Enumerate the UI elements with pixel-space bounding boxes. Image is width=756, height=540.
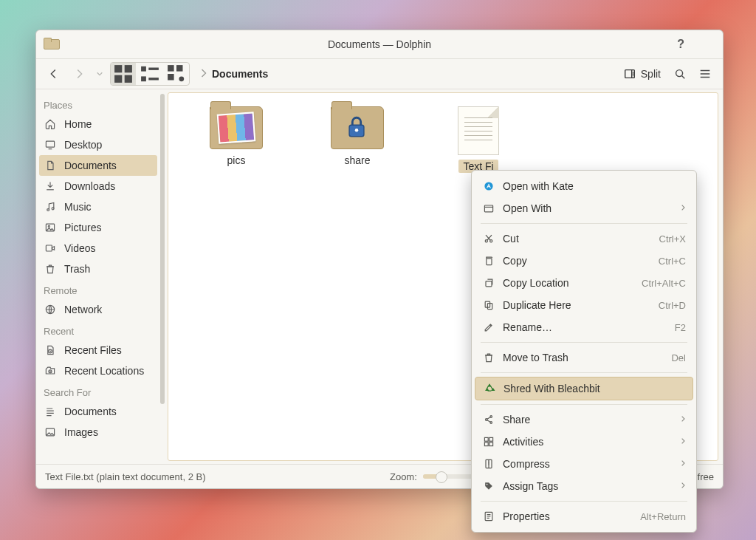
menu-item-label: Share: [503, 414, 673, 425]
breadcrumb-segment[interactable]: Documents: [212, 68, 268, 80]
menu-shortcut: Ctrl+Alt+C: [642, 278, 686, 289]
folder-icon: [331, 106, 384, 149]
menu-item-rename[interactable]: Rename…F2: [475, 316, 693, 338]
sidebar-item-videos[interactable]: Videos: [39, 238, 157, 259]
properties-icon: [482, 510, 495, 522]
menu-item-assign-tags[interactable]: Assign Tags: [475, 475, 693, 497]
activities-icon: [482, 436, 495, 448]
duplicate-icon: [482, 299, 495, 311]
zoom-label: Zoom:: [390, 471, 417, 482]
menu-item-label: Copy Location: [503, 277, 634, 289]
sidebar-item-label: Recent Locations: [64, 365, 144, 377]
chevron-right-icon: [680, 202, 686, 214]
sidebar-item-home[interactable]: Home: [39, 114, 157, 134]
rename-icon: [482, 321, 495, 333]
menu-separator: [481, 223, 687, 224]
sidebar-item-music[interactable]: Music: [39, 196, 157, 217]
menu-item-move-to-trash[interactable]: Move to TrashDel: [475, 346, 693, 369]
sidebar-item-label: Home: [64, 118, 92, 130]
svg-rect-7: [148, 78, 159, 80]
history-dropdown[interactable]: [94, 64, 106, 84]
copy-location-icon: [482, 277, 495, 289]
sidebar-section-label: Places: [39, 94, 157, 114]
sidebar-item-recent-files[interactable]: Recent Files: [39, 340, 157, 360]
videos-icon: [44, 242, 57, 254]
svg-rect-6: [141, 76, 146, 81]
menu-item-properties[interactable]: PropertiesAlt+Return: [475, 505, 693, 527]
breadcrumb-separator-icon: [200, 68, 207, 81]
network-icon: [44, 304, 57, 315]
svg-rect-3: [125, 75, 132, 83]
menu-item-shred-with-bleachbit[interactable]: Shred With Bleachbit: [475, 377, 693, 400]
sidebar-item-network[interactable]: Network: [39, 299, 157, 320]
split-button[interactable]: Split: [619, 64, 665, 84]
documents-icon: [44, 160, 57, 171]
forward-button[interactable]: [69, 64, 89, 84]
svg-rect-5: [148, 68, 159, 70]
titlebar: Documents — Dolphin ?: [36, 30, 723, 59]
trash-icon: [482, 352, 495, 363]
sidebar-item-images[interactable]: Images: [39, 422, 157, 442]
menu-item-label: Activities: [503, 436, 673, 448]
svg-point-13: [676, 70, 683, 77]
sidebar-item-documents[interactable]: Documents: [39, 155, 157, 176]
menu-shortcut: Ctrl+C: [659, 256, 686, 267]
menu-item-label: Assign Tags: [503, 480, 673, 492]
sidebar-item-trash[interactable]: Trash: [39, 259, 157, 279]
help-button[interactable]: ?: [677, 38, 684, 51]
svg-point-11: [179, 76, 184, 81]
sidebar-item-label: Documents: [64, 160, 117, 171]
chevron-right-icon: [680, 458, 686, 470]
menu-shortcut: Alt+Return: [640, 511, 686, 522]
split-label: Split: [641, 68, 661, 80]
sidebar-item-pictures[interactable]: Pictures: [39, 217, 157, 238]
svg-rect-0: [114, 65, 122, 72]
menu-item-duplicate-here[interactable]: Duplicate HereCtrl+D: [475, 294, 693, 316]
view-mode-group: [110, 62, 190, 86]
sidebar-item-desktop[interactable]: Desktop: [39, 134, 157, 155]
sidebar-section-label: Search For: [39, 381, 157, 401]
file-label: share: [340, 154, 374, 167]
search-button[interactable]: [670, 64, 690, 84]
sidebar-item-label: Network: [64, 304, 102, 315]
menu-item-label: Copy: [503, 255, 651, 267]
sidebar-item-label: Pictures: [64, 222, 102, 233]
sidebar-item-documents[interactable]: Documents: [39, 401, 157, 422]
menu-item-compress[interactable]: Compress: [475, 453, 693, 475]
menu-item-share[interactable]: Share: [475, 409, 693, 431]
sidebar-item-recent-locations[interactable]: Recent Locations: [39, 360, 157, 381]
sidebar-item-label: Videos: [64, 242, 96, 254]
sidebar-item-downloads[interactable]: Downloads: [39, 176, 157, 196]
menu-item-cut[interactable]: CutCtrl+X: [475, 228, 693, 250]
menu-item-copy[interactable]: CopyCtrl+C: [475, 250, 693, 272]
breadcrumb[interactable]: Documents: [200, 68, 268, 81]
file-item[interactable]: pics: [199, 106, 273, 173]
svg-rect-1: [125, 65, 132, 72]
menu-item-label: Duplicate Here: [503, 299, 651, 311]
menu-item-open-with-kate[interactable]: Open with Kate: [475, 175, 693, 197]
open-with-icon: [482, 202, 495, 214]
sidebar-scrollbar[interactable]: [157, 89, 168, 464]
view-compact-button[interactable]: [137, 63, 162, 85]
file-item[interactable]: share: [320, 106, 394, 173]
menu-separator: [481, 404, 687, 405]
sidebar-item-label: Documents: [64, 406, 117, 417]
menu-button[interactable]: [695, 64, 715, 84]
menu-item-open-with[interactable]: Open With: [475, 197, 693, 219]
menu-item-label: Open With: [503, 202, 673, 214]
menu-shortcut: Del: [671, 352, 686, 363]
folder-pics-icon: [210, 106, 263, 149]
view-icons-button[interactable]: [111, 63, 136, 85]
menu-shortcut: Ctrl+X: [659, 233, 686, 245]
menu-item-label: Move to Trash: [503, 352, 664, 363]
sidebar-item-label: Images: [64, 426, 98, 438]
svg-rect-9: [176, 65, 183, 72]
back-button[interactable]: [44, 64, 64, 84]
search-docs-icon: [44, 406, 57, 417]
chevron-right-icon: [680, 480, 686, 492]
view-details-button[interactable]: [164, 63, 189, 85]
menu-item-copy-location[interactable]: Copy LocationCtrl+Alt+C: [475, 272, 693, 294]
recent-locations-icon: [44, 365, 57, 377]
menu-item-activities[interactable]: Activities: [475, 431, 693, 453]
file-item[interactable]: Text Fi: [441, 106, 515, 173]
